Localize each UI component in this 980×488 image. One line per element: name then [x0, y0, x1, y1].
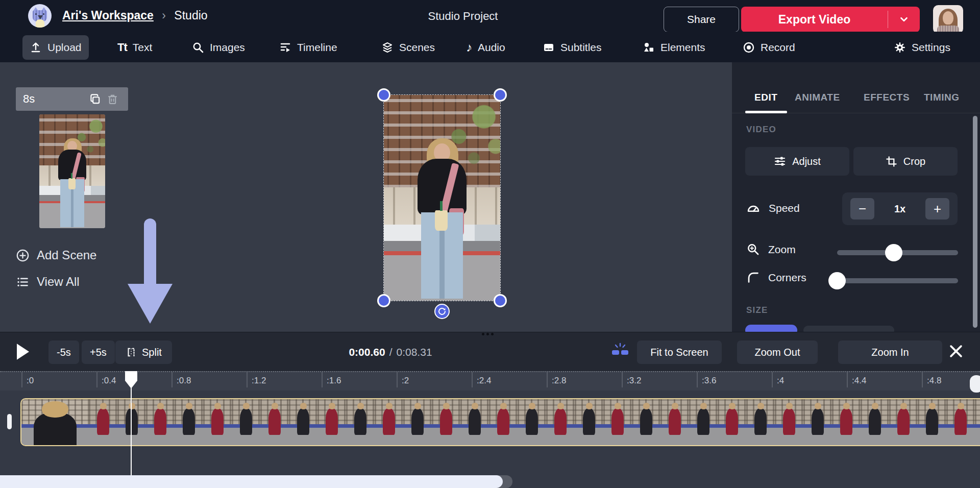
- scene-header-bar[interactable]: 8s: [16, 87, 128, 111]
- nav-item-record[interactable]: Record: [736, 35, 802, 60]
- view-all-button[interactable]: View All: [16, 275, 80, 289]
- tab-timing[interactable]: TIMING: [924, 92, 960, 103]
- corners-row-label: Corners: [746, 271, 806, 284]
- timeline-zoom-out-button[interactable]: Zoom Out: [737, 340, 818, 364]
- list-icon: [16, 275, 30, 289]
- filmstrip-frame: [832, 399, 861, 445]
- crop-label: Crop: [903, 156, 925, 167]
- resize-handle-top-right[interactable]: [494, 88, 507, 102]
- filmstrip-frame: [175, 399, 203, 445]
- nav-item-timeline[interactable]: Timeline: [272, 35, 345, 60]
- nav-item-subtitles[interactable]: Subtitles: [535, 35, 609, 60]
- play-button[interactable]: [15, 343, 31, 363]
- crop-button[interactable]: Crop: [853, 147, 958, 176]
- corners-slider-track[interactable]: [837, 278, 958, 283]
- project-title[interactable]: Studio Project: [428, 10, 498, 23]
- zoom-slider-thumb[interactable]: [885, 244, 902, 261]
- split-icon: [126, 347, 137, 358]
- copy-icon: [88, 92, 102, 106]
- filmstrip-frame: [861, 399, 889, 445]
- filmstrip-frame: [718, 399, 746, 445]
- clip-trim-handle-left[interactable]: [7, 414, 12, 429]
- plus-circle-icon: [16, 249, 30, 262]
- nav-item-audio[interactable]: ♪ Audio: [459, 35, 512, 60]
- skip-forward-button[interactable]: +5s: [82, 340, 115, 364]
- nav-item-text[interactable]: Tt Text: [110, 35, 159, 60]
- cat-eye-icon: [35, 13, 37, 15]
- resize-handle-bottom-right[interactable]: [494, 294, 507, 307]
- size-option-inactive[interactable]: [803, 326, 894, 332]
- resize-handle-top-left[interactable]: [377, 88, 390, 102]
- rotate-handle[interactable]: [434, 304, 450, 319]
- corners-slider-thumb[interactable]: [828, 272, 846, 289]
- nav-item-elements[interactable]: Elements: [635, 35, 713, 60]
- corners-slider[interactable]: [837, 272, 958, 289]
- export-options-chevron[interactable]: [888, 14, 920, 25]
- nav-item-upload[interactable]: Upload: [22, 35, 89, 60]
- timeline-icon: [279, 41, 291, 54]
- filmstrip-frame: [603, 399, 632, 445]
- speedometer-icon: [746, 201, 761, 215]
- video-section-label: VIDEO: [746, 125, 776, 135]
- nav-item-scenes[interactable]: Scenes: [374, 35, 442, 60]
- timeline-ruler[interactable]: :0:0.4:0.8:1.2:1.6:2:2.4:2.8:3.2:3.6:4:4…: [0, 371, 980, 391]
- annotation-arrow-shaft: [144, 218, 156, 286]
- rotate-icon: [437, 307, 447, 316]
- add-scene-button[interactable]: Add Scene: [16, 248, 96, 262]
- video-clip[interactable]: [20, 398, 980, 446]
- filmstrip-frame: [918, 399, 946, 445]
- share-button[interactable]: Share: [664, 7, 739, 32]
- skip-back-button[interactable]: -5s: [48, 340, 79, 364]
- filmstrip-frame: [375, 399, 403, 445]
- timeline-section: :0:0.4:0.8:1.2:1.6:2:2.4:2.8:3.2:3.6:4:4…: [0, 371, 980, 488]
- filmstrip-frame: [89, 399, 117, 445]
- upload-icon: [30, 41, 42, 54]
- timeline-zoom-in-button[interactable]: Zoom In: [838, 340, 942, 364]
- breadcrumb-current-page: Studio: [174, 9, 207, 22]
- export-video-button[interactable]: Export Video: [741, 7, 920, 32]
- filmstrip-frame: [260, 399, 289, 445]
- fit-to-screen-button[interactable]: Fit to Screen: [637, 340, 722, 364]
- adjust-button[interactable]: Adjust: [745, 147, 849, 176]
- timeline-right-handle[interactable]: [970, 375, 980, 393]
- tab-effects[interactable]: EFFECTS: [864, 92, 910, 103]
- tab-animate[interactable]: ANIMATE: [795, 92, 840, 103]
- close-timeline-button[interactable]: [947, 343, 965, 362]
- filmstrip-frame: [460, 399, 489, 445]
- speed-value: 1x: [894, 203, 905, 215]
- resize-handle-bottom-left[interactable]: [377, 294, 390, 307]
- tab-edit[interactable]: EDIT: [754, 92, 777, 103]
- split-button[interactable]: Split: [115, 340, 172, 364]
- inspector-scrollbar[interactable]: [973, 116, 977, 328]
- filmstrip-frame: [746, 399, 775, 445]
- zoom-label: Zoom: [768, 243, 796, 256]
- scene-duration-badge: 8s: [23, 92, 86, 106]
- add-scene-label: Add Scene: [37, 248, 96, 262]
- scene-thumbnail[interactable]: [39, 114, 105, 228]
- nav-item-settings[interactable]: Settings: [887, 35, 958, 60]
- canvas-area[interactable]: 8s Add Scene View All: [0, 62, 732, 332]
- speed-increase-button[interactable]: +: [925, 198, 949, 219]
- speed-decrease-button[interactable]: −: [850, 198, 874, 219]
- filmstrip-frame: [146, 399, 175, 445]
- breadcrumb-workspace-link[interactable]: Ari's Workspace: [62, 9, 154, 22]
- export-video-label: Export Video: [741, 13, 888, 27]
- filmstrip-frame: [21, 399, 89, 445]
- breadcrumb: Ari's Workspace › Studio: [62, 9, 208, 22]
- gear-icon: [894, 41, 906, 54]
- video-preview-layer[interactable]: [384, 95, 500, 301]
- smart-split-indicator-icon: [609, 341, 631, 364]
- adjust-label: Adjust: [792, 156, 821, 167]
- workspace-avatar[interactable]: [28, 4, 52, 28]
- filmstrip-frame: [546, 399, 575, 445]
- size-option-active[interactable]: [745, 325, 797, 332]
- annotation-arrow-head: [128, 284, 173, 324]
- top-bar: Ari's Workspace › Studio Studio Project …: [0, 0, 980, 32]
- zoom-row-label: Zoom: [746, 242, 796, 256]
- delete-scene-button[interactable]: [104, 93, 121, 106]
- user-avatar[interactable]: [933, 5, 963, 34]
- horizontal-scrollbar[interactable]: [0, 475, 503, 488]
- duplicate-scene-button[interactable]: [86, 92, 104, 106]
- zoom-slider[interactable]: [837, 244, 958, 261]
- nav-item-images[interactable]: Images: [185, 35, 252, 60]
